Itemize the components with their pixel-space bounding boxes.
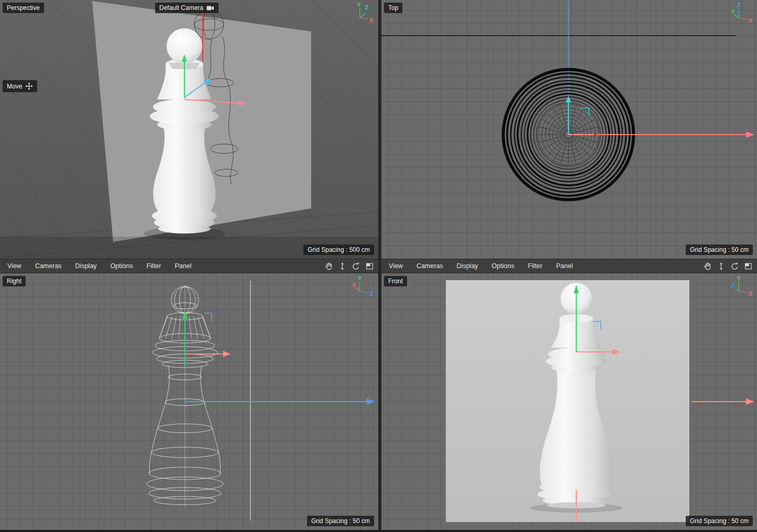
svg-text:Z: Z bbox=[731, 282, 735, 288]
menu-item-options[interactable]: Options bbox=[111, 262, 133, 270]
menu-item-view[interactable]: View bbox=[7, 262, 21, 270]
perspective-canvas[interactable] bbox=[0, 0, 378, 259]
menu-item-display[interactable]: Display bbox=[457, 262, 478, 270]
menu-item-view[interactable]: View bbox=[389, 262, 403, 270]
viewport-label-perspective: Perspective bbox=[3, 3, 44, 13]
viewport-right[interactable]: Right Y X Z Grid Spacing : 50 cm bbox=[0, 273, 378, 530]
grid-spacing-label: Grid Spacing : 50 cm bbox=[686, 516, 753, 526]
axis-orientation-widget: Y Z X bbox=[352, 2, 376, 26]
svg-text:X: X bbox=[352, 282, 356, 288]
viewport-label-right: Right bbox=[3, 276, 26, 286]
axis-orientation-widget: Y X Z bbox=[352, 275, 376, 299]
svg-text:Z: Z bbox=[737, 2, 741, 8]
top-canvas[interactable] bbox=[381, 0, 757, 259]
z-axis-arrowhead bbox=[367, 398, 375, 405]
menu-item-filter[interactable]: Filter bbox=[147, 262, 161, 270]
viewport-nav-icons bbox=[324, 262, 374, 271]
grid-spacing-label: Grid Spacing : 50 cm bbox=[686, 245, 753, 255]
viewport-label-top: Top bbox=[384, 3, 402, 13]
svg-text:Y: Y bbox=[358, 275, 362, 281]
menu-item-options[interactable]: Options bbox=[492, 262, 514, 270]
dolly-icon[interactable] bbox=[717, 262, 726, 271]
front-canvas[interactable] bbox=[381, 273, 757, 530]
menu-item-display[interactable]: Display bbox=[75, 262, 97, 270]
viewport-menubar-right-view: View Cameras Display Options Filter Pane… bbox=[0, 259, 378, 273]
menu-item-panel[interactable]: Panel bbox=[174, 262, 191, 270]
viewport-label-front: Front bbox=[384, 276, 407, 286]
grid-spacing-label: Grid Spacing : 50 cm bbox=[307, 516, 374, 526]
maximize-view-icon[interactable] bbox=[744, 262, 753, 271]
camera-label[interactable]: Default Camera bbox=[155, 3, 218, 13]
viewport-top[interactable]: Top Z Y X Grid Spacing : 50 cm bbox=[381, 0, 757, 259]
camera-icon bbox=[206, 5, 214, 11]
svg-text:Z: Z bbox=[365, 4, 369, 10]
right-canvas[interactable] bbox=[0, 273, 378, 530]
svg-text:X: X bbox=[748, 17, 752, 24]
axis-orientation-widget: Z Y X bbox=[730, 2, 754, 26]
menu-item-panel[interactable]: Panel bbox=[556, 262, 573, 270]
menu-item-filter[interactable]: Filter bbox=[528, 262, 543, 270]
viewport-perspective[interactable]: Perspective Default Camera Move Y Z X G bbox=[0, 0, 378, 259]
viewport-nav-icons bbox=[703, 262, 753, 271]
window-bottom-edge bbox=[0, 530, 757, 532]
rotate-icon[interactable] bbox=[730, 262, 739, 271]
grid-spacing-label: Grid Spacing : 500 cm bbox=[303, 245, 374, 255]
svg-text:X: X bbox=[369, 17, 374, 24]
svg-text:Y: Y bbox=[737, 275, 741, 281]
svg-text:Z: Z bbox=[370, 291, 374, 297]
svg-text:Y: Y bbox=[357, 2, 361, 8]
dolly-icon[interactable] bbox=[338, 262, 347, 271]
x-axis-arrowhead bbox=[746, 131, 754, 138]
svg-text:X: X bbox=[748, 291, 752, 297]
rotate-icon[interactable] bbox=[352, 262, 360, 271]
pan-hand-icon[interactable] bbox=[324, 262, 333, 271]
menu-item-cameras[interactable]: Cameras bbox=[416, 262, 443, 270]
viewport-front[interactable]: Front Y Z X Grid Spacing : 50 cm bbox=[381, 273, 757, 530]
svg-text:Y: Y bbox=[731, 8, 735, 15]
axis-orientation-widget: Y Z X bbox=[730, 275, 754, 299]
x-axis-arrowhead bbox=[746, 398, 754, 405]
c4d-four-view-layout: Perspective Default Camera Move Y Z X G bbox=[0, 0, 757, 532]
maximize-view-icon[interactable] bbox=[365, 262, 374, 271]
viewport-menubar-front-view: View Cameras Display Options Filter Pane… bbox=[381, 259, 757, 273]
move-icon bbox=[25, 82, 33, 90]
tool-label-move: Move bbox=[3, 80, 37, 92]
menu-item-cameras[interactable]: Cameras bbox=[35, 262, 62, 270]
pan-hand-icon[interactable] bbox=[703, 262, 712, 271]
